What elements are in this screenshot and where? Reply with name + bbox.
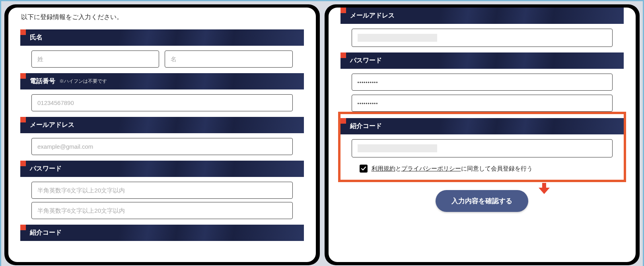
section-header-password: パスワード bbox=[20, 161, 304, 177]
first-name-input[interactable] bbox=[165, 50, 292, 68]
referral-input-filled[interactable] bbox=[352, 139, 613, 157]
consent-text: 利用規約とプライバシーポリシーに同意して会員登録を行う bbox=[372, 165, 533, 173]
phone-note: ※ハイフンは不要です bbox=[59, 78, 107, 85]
submit-wrap: 入力内容を確認する bbox=[340, 190, 624, 212]
instruction-text: 以下に登録情報をご入力ください。 bbox=[20, 13, 304, 21]
section-label: メールアドレス bbox=[30, 121, 74, 129]
phone-frame-right: メールアドレス パスワード •••••••••• •••••••••• 紹介コー… bbox=[325, 4, 640, 265]
section-label: パスワード bbox=[30, 165, 62, 173]
consent-row: 利用規約とプライバシーポリシーに同意して会員登録を行う bbox=[340, 161, 624, 173]
phone-screen-right: メールアドレス パスワード •••••••••• •••••••••• 紹介コー… bbox=[329, 8, 636, 262]
consent-checkbox[interactable] bbox=[360, 165, 368, 173]
terms-link[interactable]: 利用規約 bbox=[372, 165, 395, 172]
section-label: 紹介コード bbox=[30, 229, 62, 237]
privacy-link[interactable]: プライバシーポリシー bbox=[401, 165, 461, 172]
section-label: パスワード bbox=[350, 56, 382, 65]
referral-highlight-box: 紹介コード 利用規約とプライバシーポリシーに同意して会員登録を行う bbox=[338, 112, 626, 182]
email-input[interactable] bbox=[31, 138, 293, 155]
password-confirm-input[interactable] bbox=[31, 202, 293, 219]
section-label: 紹介コード bbox=[350, 122, 382, 130]
section-header-password-r: パスワード bbox=[340, 52, 624, 69]
phone-frame-left: 以下に登録情報をご入力ください。 氏名 電話番号 ※ハイフンは不要です メールア… bbox=[4, 4, 320, 265]
password-confirm-input-filled[interactable]: •••••••••• bbox=[352, 95, 613, 112]
section-label: 電話番号 bbox=[30, 77, 55, 85]
phone-input[interactable] bbox=[31, 94, 293, 111]
last-name-input[interactable] bbox=[31, 50, 159, 68]
section-label: メールアドレス bbox=[350, 12, 395, 20]
section-header-referral-r: 紹介コード bbox=[340, 118, 624, 134]
section-header-name: 氏名 bbox=[20, 29, 304, 46]
confirm-button[interactable]: 入力内容を確認する bbox=[436, 190, 528, 212]
section-header-email: メールアドレス bbox=[20, 117, 304, 133]
password-input[interactable] bbox=[31, 182, 293, 199]
redacted-referral-icon bbox=[358, 144, 437, 152]
email-input-filled[interactable] bbox=[352, 29, 613, 47]
password-confirm-dots: •••••••••• bbox=[358, 101, 378, 107]
phone-screen-left: 以下に登録情報をご入力ください。 氏名 電話番号 ※ハイフンは不要です メールア… bbox=[8, 8, 316, 262]
redacted-email-icon bbox=[358, 34, 437, 42]
section-header-phone: 電話番号 ※ハイフンは不要です bbox=[20, 73, 304, 89]
section-header-referral: 紹介コード bbox=[20, 225, 304, 241]
password-dots: •••••••••• bbox=[358, 80, 378, 85]
check-icon bbox=[361, 166, 366, 171]
section-label: 氏名 bbox=[30, 33, 43, 42]
password-input-filled[interactable]: •••••••••• bbox=[352, 74, 613, 91]
section-header-email-r: メールアドレス bbox=[340, 8, 624, 24]
